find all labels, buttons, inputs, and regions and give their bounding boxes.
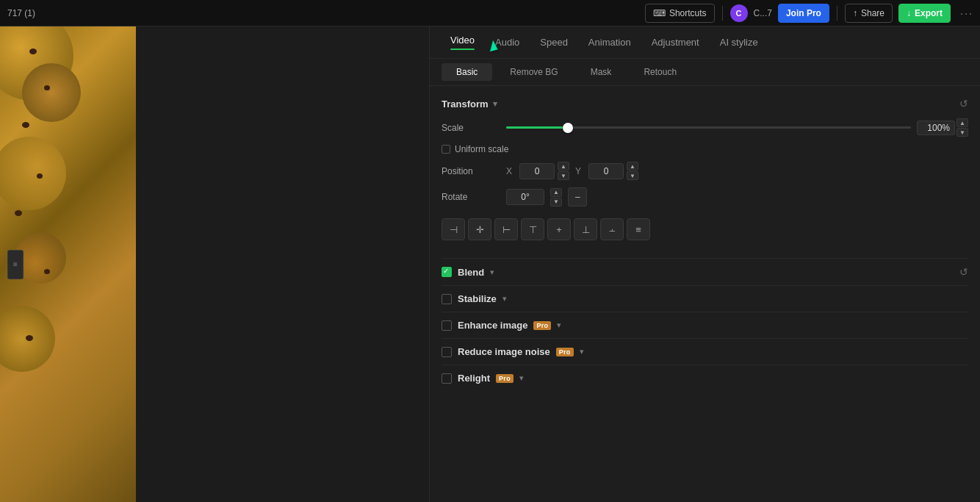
rotate-minus-button[interactable]: − (568, 187, 587, 207)
blend-title: Blend (458, 267, 484, 278)
relight-section: Relight Pro ▾ (442, 365, 968, 391)
subtab-basic[interactable]: Basic (442, 63, 492, 81)
y-value-input[interactable] (588, 163, 624, 179)
align-bottom-icon: ⊥ (582, 224, 590, 235)
tab-ai-stylize[interactable]: AI stylize (711, 32, 767, 52)
scale-up-button[interactable]: ▲ (956, 118, 968, 127)
x-up-button[interactable]: ▲ (558, 162, 569, 171)
align-row: ⊣ ✛ ⊢ ⊤ + ⊥ (442, 218, 968, 240)
subtab-mask[interactable]: Mask (576, 63, 627, 81)
content-area: Transform ▾ ↺ Scale (430, 86, 980, 502)
rotate-spin-buttons: ▲ ▼ (550, 188, 562, 207)
tab-audio[interactable]: Audio (486, 32, 528, 52)
video-preview: ≡ (0, 26, 429, 502)
avatar: C (730, 4, 748, 22)
align-center-h-button[interactable]: ✛ (468, 218, 491, 240)
y-spin-buttons: ▲ ▼ (627, 162, 638, 180)
rotate-down-button[interactable]: ▼ (550, 198, 562, 207)
y-down-button[interactable]: ▼ (627, 171, 638, 180)
scale-thumb[interactable] (563, 123, 573, 133)
topbar: 717 (1) ⌨ Shortcuts C C...7 Join Pro ↑ S… (0, 0, 980, 26)
dark-overlay (136, 26, 429, 502)
scale-value-input[interactable] (917, 121, 955, 135)
relight-pro-badge: Pro (496, 374, 514, 383)
tab-animation[interactable]: Animation (580, 32, 640, 52)
blend-section: Blend ▾ ↺ (442, 258, 968, 285)
distribute-h-button[interactable]: ⫠ (600, 218, 624, 240)
x-down-button[interactable]: ▼ (558, 171, 569, 180)
transform-header: Transform ▾ ↺ (442, 98, 968, 110)
tab-adjustment[interactable]: Adjustment (643, 32, 708, 52)
join-pro-button[interactable]: Join Pro (778, 4, 829, 23)
transform-dropdown-icon[interactable]: ▾ (493, 99, 497, 109)
collapse-icon: ≡ (13, 260, 18, 268)
reduce-noise-title: Reduce image noise (458, 346, 550, 357)
subtab-remove-bg[interactable]: Remove BG (495, 63, 572, 81)
more-options-icon: ⋯ (959, 5, 973, 21)
relight-checkbox[interactable] (442, 373, 452, 384)
reduce-noise-pro-badge: Pro (556, 348, 574, 356)
x-spin-buttons: ▲ ▼ (558, 162, 569, 180)
uniform-scale-checkbox[interactable] (442, 145, 450, 154)
subtab-retouch[interactable]: Retouch (629, 63, 691, 81)
share-icon: ↑ (853, 8, 857, 18)
export-icon: ↓ (907, 8, 911, 18)
tab-bar: Video Audio Speed Animation Adjustment A… (430, 26, 980, 59)
tab-video[interactable]: Video (442, 30, 483, 54)
rotate-row: Rotate ▲ ▼ − (442, 187, 968, 207)
align-left-icon: ⊣ (450, 224, 458, 235)
reduce-noise-dropdown-icon[interactable]: ▾ (580, 347, 584, 356)
main-layout: ≡ Video Audio Speed Animation Adjustment… (0, 26, 980, 502)
share-button[interactable]: ↑ Share (845, 4, 893, 23)
scale-slider[interactable] (506, 121, 911, 135)
panel-collapse-button[interactable]: ≡ (7, 250, 24, 279)
position-label: Position (442, 166, 500, 176)
blend-dropdown-icon[interactable]: ▾ (490, 268, 494, 277)
x-value-input[interactable] (519, 163, 555, 179)
tab-speed[interactable]: Speed (531, 32, 577, 52)
rotate-up-button[interactable]: ▲ (550, 188, 562, 197)
scale-label: Scale (442, 123, 500, 133)
blend-reset-button[interactable]: ↺ (959, 266, 968, 278)
y-up-button[interactable]: ▲ (627, 162, 638, 171)
align-top-button[interactable]: ⊤ (521, 218, 544, 240)
enhance-image-checkbox[interactable] (442, 320, 452, 331)
reduce-noise-section: Reduce image noise Pro ▾ (442, 338, 968, 365)
window-title: 717 (1) (7, 8, 35, 18)
shortcuts-button[interactable]: ⌨ Shortcuts (645, 4, 715, 23)
relight-title: Relight (458, 373, 490, 384)
transform-reset-button[interactable]: ↺ (959, 98, 968, 110)
left-panel: ≡ (0, 26, 430, 502)
reduce-noise-checkbox[interactable] (442, 347, 452, 357)
y-label: Y (575, 166, 586, 176)
relight-dropdown-icon[interactable]: ▾ (519, 373, 524, 383)
topbar-separator-2 (837, 6, 837, 21)
right-panel: Video Audio Speed Animation Adjustment A… (430, 26, 980, 502)
scale-fill (506, 126, 563, 129)
align-right-button[interactable]: ⊢ (494, 218, 518, 240)
position-row: Position X ▲ ▼ Y ▲ ▼ (442, 162, 968, 180)
align-left-button[interactable]: ⊣ (442, 218, 465, 240)
scale-down-button[interactable]: ▼ (956, 128, 968, 137)
enhance-image-pro-badge: Pro (533, 321, 551, 330)
x-coord-group: X ▲ ▼ (506, 162, 569, 180)
enhance-image-dropdown-icon[interactable]: ▾ (557, 320, 561, 330)
align-center-v-button[interactable]: + (547, 218, 571, 240)
stabilize-dropdown-icon[interactable]: ▾ (502, 294, 507, 304)
scale-spin-buttons: ▲ ▼ (956, 118, 968, 137)
transform-section: Transform ▾ ↺ Scale (442, 98, 968, 240)
export-button[interactable]: ↓ Export (898, 4, 951, 23)
enhance-image-section: Enhance image Pro ▾ (442, 312, 968, 338)
enhance-image-title: Enhance image (458, 320, 527, 331)
rotate-input[interactable] (506, 189, 544, 205)
align-right-icon: ⊢ (502, 224, 511, 235)
user-label: C...7 (754, 8, 772, 18)
distribute-v-button[interactable]: ≡ (627, 218, 650, 240)
distribute-v-icon: ≡ (635, 224, 641, 235)
topbar-separator-1 (722, 6, 723, 21)
distribute-h-icon: ⫠ (608, 224, 617, 235)
stabilize-checkbox[interactable] (442, 294, 452, 304)
align-bottom-button[interactable]: ⊥ (574, 218, 597, 240)
scale-value-group: ▲ ▼ (917, 118, 968, 137)
blend-checkbox[interactable] (442, 267, 452, 277)
